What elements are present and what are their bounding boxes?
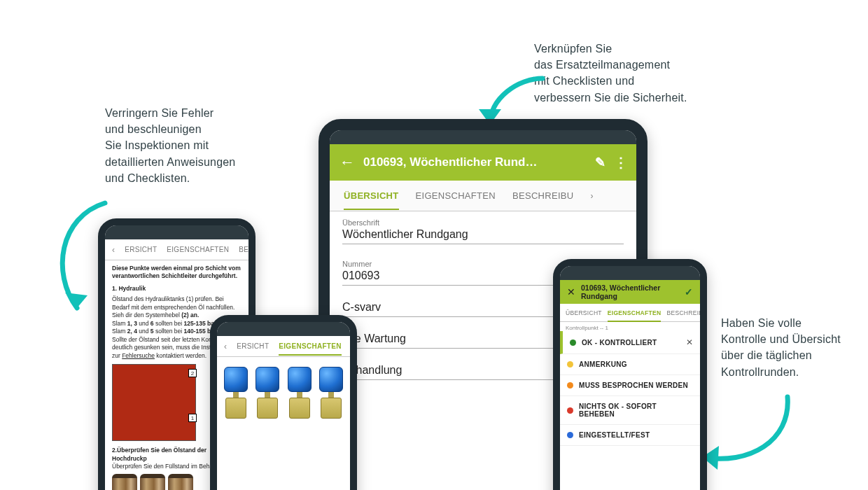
status-eingestellt[interactable]: EINGESTELLT/FEST [560, 425, 700, 446]
status-label: MUSS BESPROCHEN WERDEN [579, 382, 688, 389]
tablet-tabs: ÜBERSICHT EIGENSCHAFTEN BESCHREIBU › [330, 181, 636, 211]
tab-eigenschaften[interactable]: EIGENSCHAFTEN [279, 342, 341, 356]
status-dot-icon [567, 361, 573, 368]
status-dot-icon [567, 382, 573, 388]
phone-checklist: ✕ 010693, Wöchentlicher Rundgang ✓ ÜBERS… [553, 259, 707, 490]
status-dot-icon [567, 432, 573, 438]
doc-intro: Diese Punkte werden einmal pro Schicht v… [112, 265, 241, 279]
appbar-title: 010693, Wöchentlicher Rundgang [581, 284, 679, 300]
edit-icon[interactable]: ✎ [595, 155, 606, 170]
tab-eigenschaften[interactable]: EIGENSCHAFTEN [608, 309, 662, 322]
status-label: ANMERKUNG [579, 360, 627, 368]
cylinder-image [140, 474, 165, 490]
tab-beschreibung[interactable]: BESCHREIBU [512, 190, 574, 201]
phone-spareparts: ‹ ERSICHT EIGENSCHAFTEN BESCHREIBUNG › [210, 315, 357, 490]
callout-2: 2 [188, 369, 197, 377]
status-dot-icon [567, 407, 573, 414]
tab-ersicht[interactable]: ERSICHT [237, 342, 269, 350]
valve-image [317, 367, 346, 419]
svg-marker-0 [65, 293, 88, 308]
field-ueberschrift[interactable]: Überschrift Wöchentlicher Rundgang [342, 218, 624, 244]
valve-image [253, 367, 283, 419]
valve-image [285, 367, 314, 419]
chevron-left-icon[interactable]: ‹ [224, 342, 227, 351]
doc-sec1-title: 1. Hydraulik [112, 285, 146, 292]
status-label: NICHTS OK - SOFORT BEHEBEN [579, 402, 693, 418]
hydraulic-photo: 2 1 [112, 364, 196, 441]
status-ok[interactable]: OK - KONTROLLIERT ✕ [560, 331, 700, 354]
tab-beschreibung[interactable]: BESCHREIBUNG [239, 246, 255, 253]
tab-beschreibung[interactable]: BESCHREIBU [666, 309, 707, 316]
status-besprechen[interactable]: MUSS BESPROCHEN WERDEN [560, 375, 700, 396]
kontrollpunkt-label: Kontrollpunkt -- 1 [560, 322, 700, 331]
annotation-right: Haben Sie volle Kontrolle und Übersicht … [721, 315, 841, 380]
phoneA-statusbar [105, 225, 248, 239]
tablet-appbar: ← 010693, Wöchentlicher Rund… ✎ ⋮ [330, 144, 636, 181]
cylinder-image [112, 474, 137, 490]
chevron-right-icon[interactable]: › [591, 191, 594, 201]
phoneC-appbar: ✕ 010693, Wöchentlicher Rundgang ✓ [560, 280, 700, 304]
doc-sec2-title: 2.Überprüfen Sie den Ölstand der Hochdru… [112, 447, 206, 461]
close-icon[interactable]: ✕ [567, 286, 575, 298]
phoneB-statusbar [217, 322, 350, 336]
cylinder-image [168, 474, 193, 490]
tab-beschreibung[interactable]: BESCHREIBUNG [351, 342, 357, 350]
valves-photo [217, 357, 350, 423]
phoneB-tabs: ‹ ERSICHT EIGENSCHAFTEN BESCHREIBUNG › [217, 336, 350, 357]
status-label: OK - KONTROLLIERT [582, 339, 657, 346]
tab-ersicht[interactable]: ERSICHT [125, 246, 157, 253]
status-anmerkung[interactable]: ANMERKUNG [560, 354, 700, 375]
tab-uebersicht[interactable]: ÜBERSICHT [344, 190, 399, 210]
more-icon[interactable]: ⋮ [614, 154, 626, 171]
valve-image [221, 367, 251, 419]
close-icon[interactable]: ✕ [686, 337, 693, 347]
tab-eigenschaften[interactable]: EIGENSCHAFTEN [416, 190, 496, 201]
chevron-left-icon[interactable]: ‹ [112, 245, 115, 255]
status-label: EINGESTELLT/FEST [579, 431, 650, 439]
phoneC-tabs: ÜBERSICHT EIGENSCHAFTEN BESCHREIBU › [560, 304, 700, 322]
callout-1: 1 [188, 414, 197, 422]
field-label: Überschrift [342, 218, 624, 227]
check-icon[interactable]: ✓ [685, 286, 693, 298]
tab-eigenschaften[interactable]: EIGENSCHAFTEN [167, 246, 229, 253]
phoneC-statusbar [560, 266, 700, 280]
annotation-left: Verringern Sie Fehler und beschleunigen … [105, 105, 235, 186]
back-icon[interactable]: ← [340, 153, 355, 172]
phoneA-tabs: ‹ ERSICHT EIGENSCHAFTEN BESCHREIBUNG › [105, 239, 248, 260]
field-value: Wöchentlicher Rundgang [342, 228, 624, 241]
status-nichts-ok[interactable]: NICHTS OK - SOFORT BEHEBEN [560, 396, 700, 425]
tablet-statusbar [330, 130, 636, 144]
status-dot-icon [570, 340, 576, 346]
tab-uebersicht[interactable]: ÜBERSICHT [566, 309, 602, 316]
appbar-title: 010693, Wöchentlicher Rund… [363, 155, 587, 169]
